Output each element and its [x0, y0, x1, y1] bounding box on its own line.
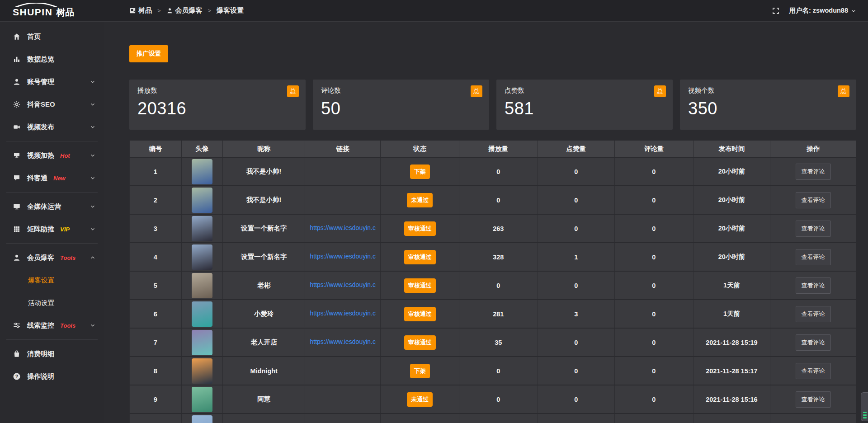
- chat-icon: [13, 174, 21, 182]
- stat-card: 点赞数总581: [496, 80, 673, 130]
- video-link[interactable]: https://www.iesdouyin.c: [310, 224, 376, 231]
- comments-count: 0: [615, 356, 693, 385]
- status-badge[interactable]: 下架: [410, 164, 430, 179]
- avatar: [192, 159, 212, 184]
- nickname: Midnight: [223, 356, 305, 385]
- promo-settings-button[interactable]: 推广设置: [129, 45, 168, 62]
- status-badge[interactable]: 下架: [410, 364, 430, 378]
- plays-count: 328: [459, 242, 538, 271]
- breadcrumb-label: 会员爆客: [175, 6, 203, 15]
- gear-icon: [13, 100, 21, 108]
- action-cell: 查看评论: [770, 242, 856, 271]
- chevron-down-icon: [90, 79, 96, 85]
- stat-label: 视频个数: [688, 86, 848, 95]
- sidebar-subitem[interactable]: 爆客设置: [0, 269, 104, 291]
- sidebar-item-label: 线索监控: [27, 321, 54, 330]
- video-link[interactable]: https://www.iesdouyin.c: [310, 253, 376, 260]
- breadcrumb-label: 树品: [138, 6, 152, 15]
- status-badge[interactable]: 审核通过: [404, 307, 436, 321]
- status-badge[interactable]: 未通过: [407, 392, 433, 407]
- publish-time: 2021-11-28 15:19: [693, 328, 770, 356]
- publish-time: 2021-11-28 15:17: [693, 356, 770, 385]
- nickname: 设置一个新名字: [223, 214, 305, 242]
- view-comments-button[interactable]: 查看评论: [796, 363, 831, 379]
- video-link[interactable]: https://www.iesdouyin.c: [310, 281, 376, 288]
- sidebar-item[interactable]: 线索监控Tools: [0, 314, 104, 337]
- sidebar-item[interactable]: 会员爆客Tools: [0, 246, 104, 269]
- avatar-cell: [182, 157, 223, 185]
- status-badge[interactable]: 审核通过: [404, 278, 436, 293]
- stat-card: 播放数总20316: [129, 80, 306, 130]
- breadcrumb-separator: >: [157, 7, 161, 14]
- status-badge[interactable]: 审核通过: [404, 221, 436, 236]
- video-link: [305, 185, 381, 214]
- column-header: 评论量: [615, 141, 693, 157]
- view-comments-button[interactable]: 查看评论: [796, 306, 831, 322]
- sidebar-item[interactable]: 数据总览: [0, 48, 104, 70]
- plays-count: 0: [459, 271, 538, 299]
- publish-time: 1天前: [693, 299, 770, 328]
- sidebar-item[interactable]: 消费明细: [0, 343, 104, 365]
- comments-count: [615, 413, 693, 423]
- chevron-down-icon: [90, 124, 96, 130]
- video-link[interactable]: https://www.iesdouyin.c: [310, 310, 376, 317]
- stat-card: 视频个数总350: [680, 80, 856, 130]
- bag-icon: [13, 350, 21, 358]
- sidebar-item[interactable]: 视频加热Hot: [0, 144, 104, 167]
- sidebar-item-label: 抖客通: [27, 174, 47, 183]
- table-header-row: 编号头像昵称链接状态播放量点赞量评论量发布时间操作: [129, 141, 856, 157]
- column-header: 发布时间: [693, 141, 770, 157]
- stat-card: 评论数总50: [313, 80, 489, 130]
- video-link: https://www.iesdouyin.c: [305, 299, 381, 328]
- sidebar-item[interactable]: 抖客通New: [0, 167, 104, 189]
- sidebar-subitem-label: 爆客设置: [28, 276, 54, 285]
- publish-time: [693, 413, 770, 423]
- breadcrumb-label: 爆客设置: [217, 6, 244, 15]
- sidebar-item[interactable]: 全媒体运营: [0, 195, 104, 218]
- action-cell: 查看评论: [770, 328, 856, 356]
- sidebar-item-label: 抖音SEO: [27, 100, 55, 109]
- video-link[interactable]: https://www.iesdouyin.c: [310, 338, 376, 345]
- status-badge[interactable]: 审核通过: [404, 250, 436, 264]
- stat-value: 50: [321, 99, 481, 118]
- table-row: 2我不是小帅!未通过00020小时前查看评论: [129, 185, 856, 214]
- screen-icon: [13, 151, 21, 160]
- sidebar-item[interactable]: 抖音SEO: [0, 93, 104, 116]
- sidebar-item[interactable]: ?操作说明: [0, 365, 104, 388]
- nickname: 我不是小帅!: [223, 157, 305, 185]
- view-comments-button[interactable]: 查看评论: [796, 221, 831, 237]
- view-comments-button[interactable]: 查看评论: [796, 391, 831, 408]
- column-header: 操作: [770, 141, 856, 157]
- status-badge[interactable]: 未通过: [407, 193, 433, 207]
- videos-table: 编号头像昵称链接状态播放量点赞量评论量发布时间操作 1我不是小帅!下架00020…: [129, 141, 856, 423]
- table-row: 9阿慧未通过0002021-11-28 15:16查看评论: [129, 385, 856, 413]
- sidebar-item[interactable]: 账号管理: [0, 70, 104, 93]
- floating-widget[interactable]: [861, 392, 868, 421]
- user-menu[interactable]: 用户名: zswodun88: [789, 6, 856, 15]
- sidebar-item[interactable]: 矩阵助推VIP: [0, 218, 104, 240]
- breadcrumb: 树品>会员爆客>爆客设置: [129, 6, 244, 15]
- view-comments-button[interactable]: 查看评论: [796, 164, 831, 180]
- likes-count: 0: [538, 157, 615, 185]
- publish-time: 20小时前: [693, 242, 770, 271]
- sidebar-item-label: 会员爆客: [27, 254, 54, 262]
- likes-count: 0: [538, 385, 615, 413]
- sidebar-item[interactable]: 视频发布: [0, 116, 104, 138]
- view-comments-button[interactable]: 查看评论: [796, 277, 831, 294]
- view-comments-button[interactable]: 查看评论: [796, 249, 831, 265]
- comments-count: 0: [615, 214, 693, 242]
- status-cell: [381, 413, 459, 423]
- plays-count: 0: [459, 157, 538, 185]
- sidebar-item[interactable]: 首页: [0, 25, 104, 48]
- breadcrumb-item[interactable]: 树品: [129, 6, 152, 15]
- action-cell: 查看评论: [770, 157, 856, 185]
- breadcrumb-item[interactable]: 会员爆客: [166, 6, 203, 15]
- avatar: [192, 358, 212, 384]
- view-comments-button[interactable]: 查看评论: [796, 334, 831, 351]
- view-comments-button[interactable]: 查看评论: [796, 192, 831, 208]
- sidebar-subitem[interactable]: 活动设置: [0, 291, 104, 314]
- chevron-down-icon: [90, 203, 96, 210]
- publish-time: 20小时前: [693, 185, 770, 214]
- status-badge[interactable]: 审核通过: [404, 335, 436, 350]
- fullscreen-icon[interactable]: [772, 7, 780, 15]
